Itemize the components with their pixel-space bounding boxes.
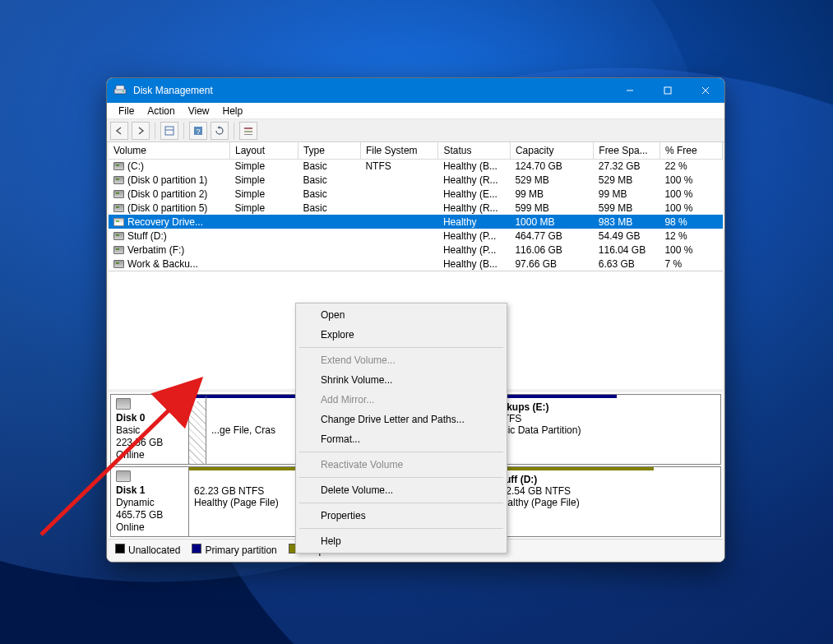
drive-icon bbox=[113, 162, 124, 170]
drive-icon bbox=[113, 260, 124, 268]
menu-action[interactable]: Action bbox=[141, 104, 181, 118]
maximize-button[interactable] bbox=[649, 78, 687, 103]
close-button[interactable] bbox=[687, 78, 724, 103]
table-row[interactable]: Verbatim (F:)Healthy (P...116.06 GB116.0… bbox=[109, 243, 723, 257]
svg-point-2 bbox=[123, 90, 124, 92]
titlebar[interactable]: Disk Management bbox=[107, 78, 724, 103]
forward-button[interactable] bbox=[132, 122, 150, 140]
context-menu-item[interactable]: Help bbox=[298, 531, 505, 551]
context-menu-item[interactable]: Open bbox=[298, 305, 505, 325]
menu-separator bbox=[299, 503, 503, 503]
menubar: File Action View Help bbox=[107, 103, 724, 119]
column-header[interactable]: Type bbox=[298, 142, 360, 159]
table-row[interactable]: Recovery Drive...Healthy1000 MB983 MB98 … bbox=[109, 215, 723, 229]
menu-separator bbox=[299, 528, 503, 529]
volume-name: (Disk 0 partition 1) bbox=[127, 174, 207, 186]
table-row[interactable]: (Disk 0 partition 2)SimpleBasicHealthy (… bbox=[109, 187, 723, 201]
table-row[interactable]: Work & Backu...Healthy (B...97.66 GB6.63… bbox=[109, 257, 723, 271]
context-menu-item[interactable]: Explore bbox=[298, 325, 505, 345]
volume-name: Work & Backu... bbox=[127, 258, 198, 270]
svg-rect-1 bbox=[116, 86, 124, 90]
svg-rect-11 bbox=[244, 127, 252, 129]
menu-view[interactable]: View bbox=[182, 104, 216, 118]
svg-rect-4 bbox=[664, 87, 671, 94]
column-header[interactable]: Volume bbox=[109, 142, 229, 159]
volume-name: Stuff (D:) bbox=[127, 230, 167, 242]
disk-state: Online bbox=[116, 449, 183, 461]
context-menu-item[interactable]: Properties bbox=[298, 506, 505, 526]
legend-swatch-unallocated bbox=[115, 544, 125, 554]
disk-name: Disk 0 bbox=[116, 412, 183, 424]
partition-size bbox=[194, 413, 201, 424]
context-menu-item[interactable]: Delete Volume... bbox=[298, 480, 505, 500]
toolbar: ? bbox=[107, 119, 724, 142]
column-header[interactable]: File System bbox=[360, 142, 437, 159]
volume-context-menu: OpenExploreExtend Volume...Shrink Volume… bbox=[295, 303, 507, 554]
column-header[interactable]: Status bbox=[438, 142, 511, 159]
desktop: Disk Management File Action View Help bbox=[0, 0, 833, 644]
svg-text:?: ? bbox=[196, 127, 200, 136]
menu-file[interactable]: File bbox=[112, 104, 141, 118]
table-row[interactable]: (Disk 0 partition 1)SimpleBasicHealthy (… bbox=[109, 173, 723, 187]
column-header[interactable]: Layout bbox=[229, 142, 298, 159]
context-menu-item[interactable]: Change Drive Letter and Paths... bbox=[298, 410, 505, 429]
menu-separator bbox=[299, 347, 503, 348]
volume-name: (C:) bbox=[127, 160, 144, 172]
disk-kind: Basic bbox=[116, 424, 183, 436]
app-icon bbox=[113, 84, 127, 97]
drive-icon bbox=[113, 246, 124, 254]
disk-name: Disk 1 bbox=[116, 484, 183, 496]
svg-rect-13 bbox=[244, 134, 252, 135]
disk-management-window: Disk Management File Action View Help bbox=[106, 77, 725, 563]
legend-swatch-primary bbox=[192, 544, 201, 554]
tool-help[interactable]: ? bbox=[189, 122, 207, 140]
svg-rect-7 bbox=[165, 127, 174, 135]
legend-label: Unallocated bbox=[128, 544, 180, 556]
context-menu-item: Add Mirror... bbox=[298, 390, 505, 410]
volume-name: (Disk 0 partition 2) bbox=[127, 188, 207, 200]
tool-list[interactable] bbox=[239, 122, 257, 140]
svg-rect-12 bbox=[244, 131, 252, 132]
table-row[interactable]: (Disk 0 partition 5)SimpleBasicHealthy (… bbox=[109, 201, 723, 215]
back-button[interactable] bbox=[110, 122, 128, 140]
minimize-button[interactable] bbox=[611, 78, 649, 103]
tool-properties[interactable] bbox=[160, 122, 178, 140]
partition[interactable]: 62.23 GB NTFSHealthy (Page File) bbox=[189, 467, 296, 536]
disk-size: 223.56 GB bbox=[116, 437, 183, 448]
menu-help[interactable]: Help bbox=[216, 104, 250, 118]
context-menu-item[interactable]: Format... bbox=[298, 429, 505, 449]
drive-icon bbox=[113, 190, 124, 198]
partition-name: Stuff (D:) bbox=[495, 474, 649, 485]
disk-size: 465.75 GB bbox=[116, 509, 183, 521]
column-header[interactable]: Free Spa... bbox=[594, 142, 660, 159]
partition-status bbox=[194, 424, 201, 436]
drive-icon bbox=[113, 176, 124, 184]
drive-icon bbox=[113, 218, 124, 226]
window-title: Disk Management bbox=[133, 85, 213, 96]
column-header[interactable]: Capacity bbox=[510, 142, 593, 159]
tool-refresh[interactable] bbox=[211, 122, 229, 140]
partition-size: 62.23 GB NTFS bbox=[194, 485, 291, 497]
disk-icon bbox=[116, 470, 131, 482]
disk-header[interactable]: Disk 0Basic223.56 GBOnline bbox=[111, 395, 189, 464]
table-row[interactable]: (C:)SimpleBasicNTFSHealthy (B...124.70 G… bbox=[109, 159, 723, 173]
disk-state: Online bbox=[116, 521, 183, 533]
partition[interactable]: Stuff (D:)402.54 GB NTFSHealthy (Page Fi… bbox=[489, 467, 654, 536]
volume-name: Recovery Drive... bbox=[127, 216, 203, 228]
partition-size: 402.54 GB NTFS bbox=[495, 485, 649, 497]
volume-name: (Disk 0 partition 5) bbox=[127, 202, 207, 214]
partition-status: Healthy (Page File) bbox=[495, 497, 649, 508]
column-header[interactable]: % Free bbox=[659, 142, 722, 159]
volumes-table: VolumeLayoutTypeFile SystemStatusCapacit… bbox=[109, 142, 723, 271]
volume-name: Verbatim (F:) bbox=[127, 244, 184, 256]
context-menu-item: Reactivate Volume bbox=[298, 455, 505, 475]
drive-icon bbox=[113, 232, 124, 240]
partition-name bbox=[194, 401, 201, 413]
table-row[interactable]: Stuff (D:)Healthy (P...464.77 GB54.49 GB… bbox=[109, 229, 723, 243]
menu-separator bbox=[299, 452, 503, 452]
disk-kind: Dynamic bbox=[116, 497, 183, 508]
context-menu-item[interactable]: Shrink Volume... bbox=[298, 370, 505, 390]
partition[interactable] bbox=[189, 395, 206, 464]
context-menu-item: Extend Volume... bbox=[298, 350, 505, 370]
disk-header[interactable]: Disk 1Dynamic465.75 GBOnline bbox=[111, 467, 189, 536]
